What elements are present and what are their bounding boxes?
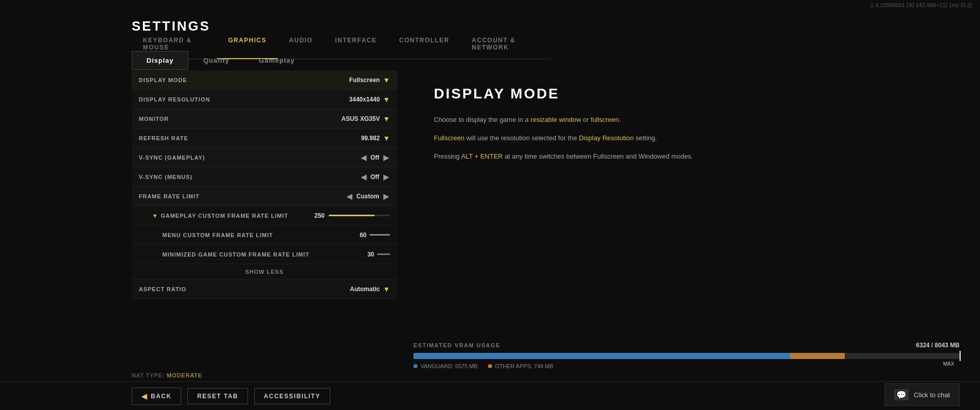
info-paragraph-2: Fullscreen will use the resolution selec… — [434, 133, 960, 144]
info-title: DISPLAY MODE — [434, 86, 960, 102]
setting-aspect-ratio-value[interactable]: Automatic ▼ — [350, 285, 390, 293]
frame-rate-limit-prev-icon[interactable]: ◀ — [346, 192, 353, 200]
setting-monitor[interactable]: MONITOR ASUS XG35V ▼ — [132, 109, 397, 129]
setting-minimized-custom-frl[interactable]: MINIMIZED GAME CUSTOM FRAME RATE LIMIT 3… — [132, 245, 397, 264]
setting-display-resolution-label: DISPLAY RESOLUTION — [139, 96, 210, 102]
nav-account-network[interactable]: ACCOUNT & NETWORK — [460, 30, 550, 59]
highlight-resizable: resizable window — [530, 116, 581, 123]
setting-refresh-rate-label: REFRESH RATE — [139, 135, 188, 141]
setting-minimized-frl-label: MINIMIZED GAME CUSTOM FRAME RATE LIMIT — [162, 251, 309, 258]
info-fullscreen-link: Fullscreen — [434, 134, 464, 142]
minimized-frl-text: 30 — [368, 251, 374, 258]
show-less-button[interactable]: SHOW LESS — [132, 264, 397, 279]
setting-gameplay-frl-label: GAMEPLAY CUSTOM FRAME RATE LIMIT — [161, 213, 288, 219]
chat-label: Click to chat — [914, 391, 950, 399]
vsync-gameplay-prev-icon[interactable]: ◀ — [360, 153, 368, 162]
setting-vsync-menus-value[interactable]: ◀ Off ▶ — [360, 173, 390, 181]
info-display-resolution-link: Display Resolution — [579, 134, 634, 142]
setting-display-mode-value[interactable]: Fullscreen ▼ — [349, 76, 390, 84]
minimized-frl-bar — [377, 253, 390, 255]
info-panel: DISPLAY MODE Choose to display the game … — [413, 70, 980, 379]
setting-display-mode[interactable]: DISPLAY MODE Fullscreen ▼ — [132, 70, 397, 90]
vram-vanguard-legend: VANGUARD: 5575 MB — [413, 363, 478, 369]
display-mode-text: Fullscreen — [349, 76, 380, 84]
setting-display-mode-label: DISPLAY MODE — [139, 77, 187, 83]
highlight-fullscreen: fullscreen — [591, 116, 619, 123]
settings-panel: DISPLAY MODE Fullscreen ▼ DISPLAY RESOLU… — [132, 70, 397, 379]
display-resolution-text: 3440x1440 — [349, 96, 380, 103]
accessibility-button[interactable]: ACCESSIBILITY — [254, 388, 330, 404]
refresh-rate-dropdown-icon[interactable]: ▼ — [383, 134, 390, 142]
vsync-menus-prev-icon[interactable]: ◀ — [360, 173, 368, 181]
tab-gameplay[interactable]: Gameplay — [244, 51, 309, 70]
setting-menu-frl-label: MENU CUSTOM FRAME RATE LIMIT — [162, 232, 273, 238]
frame-rate-limit-text: Custom — [356, 193, 379, 200]
bottom-bar: ◀ BACK RESET TAB ACCESSIBILITY — [0, 381, 980, 410]
tab-display[interactable]: Display — [132, 51, 188, 70]
nat-type-label: NAT TYPE: — [132, 372, 165, 378]
setting-monitor-value[interactable]: ASUS XG35V ▼ — [341, 115, 390, 123]
display-resolution-dropdown-icon[interactable]: ▼ — [383, 95, 390, 104]
vram-max-label: MAX — [943, 361, 954, 367]
vsync-menus-next-icon[interactable]: ▶ — [382, 173, 390, 181]
chat-icon: 💬 — [894, 389, 909, 400]
back-arrow-icon: ◀ — [141, 392, 148, 400]
aspect-ratio-text: Automatic — [350, 286, 380, 293]
nat-type-value: MODERATE — [167, 372, 203, 378]
vram-section: ESTIMATED VRAM USAGE 6324 / 8043 MB MAX … — [413, 342, 960, 369]
vram-value: 6324 / 8043 MB — [916, 342, 960, 349]
setting-menu-custom-frl[interactable]: MENU CUSTOM FRAME RATE LIMIT 60 — [132, 225, 397, 245]
vram-header: ESTIMATED VRAM USAGE 6324 / 8043 MB — [413, 342, 960, 349]
setting-vsync-gameplay-label: V-SYNC (GAMEPLAY) — [139, 155, 205, 161]
back-label: BACK — [151, 393, 172, 400]
setting-vsync-menus-label: V-SYNC (MENUS) — [139, 174, 192, 180]
chat-button[interactable]: 💬 Click to chat — [885, 383, 960, 406]
accessibility-label: ACCESSIBILITY — [264, 393, 321, 400]
gameplay-frl-expand-icon[interactable]: ▼ — [152, 213, 158, 219]
gameplay-frl-text: 250 — [314, 212, 325, 219]
setting-vsync-menus[interactable]: V-SYNC (MENUS) ◀ Off ▶ — [132, 167, 397, 187]
info-alt-enter: ALT + ENTER — [461, 152, 503, 160]
sub-tabs: Display Quality Gameplay — [132, 51, 309, 70]
setting-frame-rate-limit-value[interactable]: ◀ Custom ▶ — [346, 192, 390, 200]
monitor-dropdown-icon[interactable]: ▼ — [383, 115, 390, 123]
frame-rate-limit-next-icon[interactable]: ▶ — [382, 192, 390, 200]
setting-monitor-label: MONITOR — [139, 116, 169, 122]
vsync-menus-text: Off — [371, 173, 379, 181]
tab-quality[interactable]: Quality — [188, 51, 244, 70]
setting-frame-rate-limit-label: FRAME RATE LIMIT — [139, 193, 200, 199]
vram-other-legend: OTHER APPS: 749 MB — [488, 363, 553, 369]
vram-other-label: OTHER APPS: 749 MB — [495, 363, 553, 369]
setting-gameplay-frl-value[interactable]: 250 — [314, 212, 390, 219]
aspect-ratio-dropdown-icon[interactable]: ▼ — [383, 285, 390, 293]
setting-vsync-gameplay[interactable]: V-SYNC (GAMEPLAY) ◀ Off ▶ — [132, 148, 397, 167]
setting-menu-frl-value[interactable]: 60 — [360, 232, 390, 239]
back-button[interactable]: ◀ BACK — [132, 388, 181, 405]
vram-other-fill — [790, 353, 845, 359]
setting-aspect-ratio-label: ASPECT RATIO — [139, 286, 186, 292]
vram-vanguard-dot — [413, 364, 418, 368]
setting-aspect-ratio[interactable]: ASPECT RATIO Automatic ▼ — [132, 279, 397, 299]
reset-tab-button[interactable]: RESET TAB — [187, 388, 248, 404]
menu-frl-bar — [370, 234, 390, 236]
setting-refresh-rate-value[interactable]: 99.982 ▼ — [361, 134, 390, 142]
vram-vanguard-label: VANGUARD: 5575 MB — [421, 363, 478, 369]
vsync-gameplay-text: Off — [371, 154, 379, 161]
monitor-text: ASUS XG35V — [341, 115, 380, 122]
setting-display-resolution-value[interactable]: 3440x1440 ▼ — [349, 95, 390, 104]
setting-frame-rate-limit[interactable]: FRAME RATE LIMIT ◀ Custom ▶ — [132, 187, 397, 206]
vram-other-dot — [488, 364, 492, 368]
setting-display-resolution[interactable]: DISPLAY RESOLUTION 3440x1440 ▼ — [132, 90, 397, 109]
display-mode-dropdown-icon[interactable]: ▼ — [383, 76, 390, 84]
vsync-gameplay-next-icon[interactable]: ▶ — [382, 153, 390, 162]
nav-controller[interactable]: CONTROLLER — [388, 30, 460, 59]
info-paragraph-3: Pressing ALT + ENTER at any time switche… — [434, 151, 960, 162]
setting-refresh-rate[interactable]: REFRESH RATE 99.982 ▼ — [132, 129, 397, 148]
gameplay-frl-slider[interactable] — [329, 215, 390, 216]
nav-interface[interactable]: INTERFACE — [324, 30, 388, 59]
vram-vanguard-fill — [413, 353, 790, 359]
setting-minimized-frl-value[interactable]: 30 — [368, 251, 390, 258]
info-paragraph-1: Choose to display the game in a resizabl… — [434, 114, 960, 125]
setting-vsync-gameplay-value[interactable]: ◀ Off ▶ — [360, 153, 390, 162]
setting-gameplay-custom-frl[interactable]: ▼ GAMEPLAY CUSTOM FRAME RATE LIMIT 250 — [132, 206, 397, 225]
